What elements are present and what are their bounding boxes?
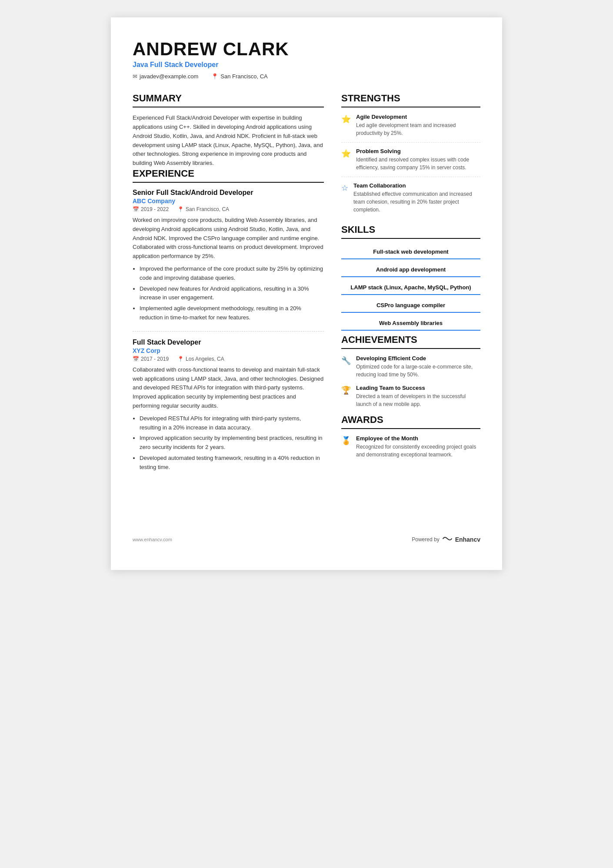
wrench-icon: 🔧	[341, 356, 351, 379]
achievement-title-1: Developing Efficient Code	[356, 355, 480, 362]
skill-item-4: CSPro language compiler	[341, 298, 480, 313]
strength-title-3: Team Collaboration	[353, 182, 480, 189]
summary-title: SUMMARY	[133, 93, 324, 107]
achievement-content-2: Leading Team to Success Directed a team …	[356, 385, 480, 408]
exp-bullets-1: Improved the performance of the core pro…	[133, 265, 324, 322]
awards-title: AWARDS	[341, 414, 480, 429]
achievements-section: ACHIEVEMENTS 🔧 Developing Efficient Code…	[341, 334, 480, 408]
footer-branding: Powered by Enhancv	[412, 535, 480, 544]
strength-icon-2: ⭐	[341, 149, 351, 171]
achievements-title: ACHIEVEMENTS	[341, 334, 480, 349]
summary-section: SUMMARY Experienced Full Stack/Android D…	[133, 93, 324, 168]
strength-text-3: Established effective communication and …	[353, 190, 480, 214]
strengths-section: STRENGTHS ⭐ Agile Development Led agile …	[341, 93, 480, 219]
footer: www.enhancv.com Powered by Enhancv	[133, 530, 480, 544]
strength-item-2: ⭐ Problem Solving Identified and resolve…	[341, 148, 480, 177]
star-filled-icon-2: ⭐	[341, 149, 351, 158]
exp-desc-2: Collaborated with cross-functional teams…	[133, 365, 324, 411]
trophy-icon: 🏆	[341, 385, 351, 408]
left-column: SUMMARY Experienced Full Stack/Android D…	[133, 93, 324, 513]
skill-item-2: Android app development	[341, 263, 480, 277]
footer-website: www.enhancv.com	[133, 537, 172, 542]
skill-item-5: Web Assembly libraries	[341, 316, 480, 331]
strength-icon-1: ⭐	[341, 114, 351, 137]
star-outline-icon: ☆	[341, 184, 348, 192]
strength-content-1: Agile Development Led agile development …	[356, 114, 480, 137]
strength-title-2: Problem Solving	[356, 148, 480, 154]
strength-item-3: ☆ Team Collaboration Established effecti…	[341, 182, 480, 219]
resume-page: ANDREW CLARK Java Full Stack Developer ✉…	[111, 17, 502, 570]
company-2: XYZ Corp	[133, 347, 324, 354]
skills-title: SKILLS	[341, 224, 480, 239]
achievement-text-1: Optimized code for a large-scale e-comme…	[356, 363, 480, 379]
bullet-2-3: Developed automated testing framework, r…	[140, 454, 324, 472]
location-icon: 📍	[211, 73, 218, 80]
bullet-1-3: Implemented agile development methodolog…	[140, 304, 324, 322]
exp-meta-1: 📅 2019 - 2022 📍 San Francisco, CA	[133, 206, 324, 212]
job-title-1: Senior Full Stack/Android Developer	[133, 189, 324, 197]
bullet-1-1: Improved the performance of the core pro…	[140, 265, 324, 283]
achievement-item-1: 🔧 Developing Efficient Code Optimized co…	[341, 355, 480, 379]
exp-meta-2: 📅 2017 - 2019 📍 Los Angeles, CA	[133, 356, 324, 362]
achievement-content-1: Developing Efficient Code Optimized code…	[356, 355, 480, 379]
medal-icon: 🏅	[341, 436, 351, 459]
location-1: 📍 San Francisco, CA	[177, 206, 229, 212]
loc-icon-1: 📍	[177, 206, 184, 212]
star-filled-icon-1: ⭐	[341, 115, 351, 124]
years-1: 📅 2019 - 2022	[133, 206, 169, 212]
email-contact: ✉ javadev@example.com	[133, 73, 198, 80]
strength-text-2: Identified and resolved complex issues w…	[356, 156, 480, 171]
location-value: San Francisco, CA	[220, 73, 267, 80]
strength-title-1: Agile Development	[356, 114, 480, 120]
location-2: 📍 Los Angeles, CA	[177, 356, 224, 362]
location-contact: 📍 San Francisco, CA	[211, 73, 267, 80]
job-title-2: Full Stack Developer	[133, 338, 324, 346]
achievement-item-2: 🏆 Leading Team to Success Directed a tea…	[341, 385, 480, 408]
award-text-1: Recognized for consistently exceeding pr…	[356, 443, 480, 459]
bullet-2-1: Developed RESTful APIs for integrating w…	[140, 414, 324, 432]
strength-content-3: Team Collaboration Established effective…	[353, 182, 480, 214]
candidate-title: Java Full Stack Developer	[133, 61, 480, 69]
summary-text: Experienced Full Stack/Android Developer…	[133, 114, 324, 168]
strength-item-1: ⭐ Agile Development Led agile developmen…	[341, 114, 480, 143]
experience-item-1: Senior Full Stack/Android Developer ABC …	[133, 189, 324, 322]
bullet-1-2: Developed new features for Android appli…	[140, 285, 324, 303]
loc-icon-2: 📍	[177, 356, 184, 362]
calendar-icon-1: 📅	[133, 206, 139, 212]
achievement-title-2: Leading Team to Success	[356, 385, 480, 391]
skill-item-1: Full-stack web development	[341, 245, 480, 259]
experience-section: EXPERIENCE Senior Full Stack/Android Dev…	[133, 168, 324, 472]
strengths-title: STRENGTHS	[341, 93, 480, 107]
bullet-2-2: Improved application security by impleme…	[140, 434, 324, 452]
email-value: javadev@example.com	[140, 73, 198, 80]
achievement-text-2: Directed a team of developers in the suc…	[356, 392, 480, 408]
award-content-1: Employee of the Month Recognized for con…	[356, 435, 480, 459]
header: ANDREW CLARK Java Full Stack Developer ✉…	[133, 39, 480, 80]
skills-section: SKILLS Full-stack web development Androi…	[341, 224, 480, 331]
powered-by-text: Powered by	[412, 536, 439, 543]
award-title-1: Employee of the Month	[356, 435, 480, 442]
strength-content-2: Problem Solving Identified and resolved …	[356, 148, 480, 171]
strength-icon-3: ☆	[341, 183, 348, 214]
experience-item-2: Full Stack Developer XYZ Corp 📅 2017 - 2…	[133, 338, 324, 472]
company-1: ABC Company	[133, 198, 324, 204]
candidate-name: ANDREW CLARK	[133, 39, 480, 59]
exp-divider	[133, 331, 324, 332]
skill-item-3: LAMP stack (Linux, Apache, MySQL, Python…	[341, 281, 480, 295]
right-column: STRENGTHS ⭐ Agile Development Led agile …	[341, 93, 480, 513]
enhancv-brand-text: Enhancv	[455, 536, 480, 543]
experience-title: EXPERIENCE	[133, 168, 324, 183]
enhancv-logo-icon	[442, 535, 453, 544]
exp-desc-1: Worked on improving core products, build…	[133, 216, 324, 261]
strength-text-1: Led agile development team and increased…	[356, 121, 480, 137]
award-item-1: 🏅 Employee of the Month Recognized for c…	[341, 435, 480, 459]
years-2: 📅 2017 - 2019	[133, 356, 169, 362]
header-contact: ✉ javadev@example.com 📍 San Francisco, C…	[133, 73, 480, 80]
awards-section: AWARDS 🏅 Employee of the Month Recognize…	[341, 414, 480, 459]
calendar-icon-2: 📅	[133, 356, 139, 362]
exp-bullets-2: Developed RESTful APIs for integrating w…	[133, 414, 324, 472]
email-icon: ✉	[133, 73, 137, 80]
